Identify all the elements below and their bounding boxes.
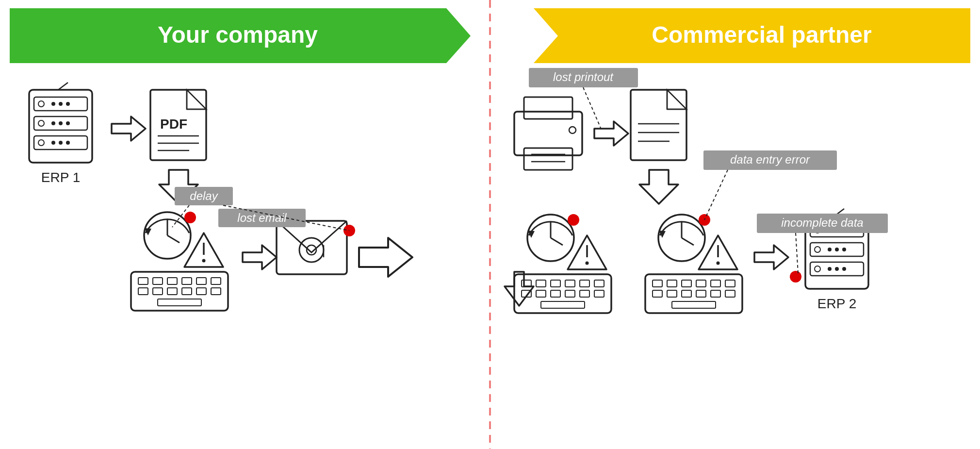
svg-point-6 (51, 102, 55, 106)
incomplete-data-label: incomplete data (781, 216, 863, 229)
svg-rect-44 (138, 288, 148, 295)
svg-rect-117 (725, 290, 735, 297)
svg-marker-68 (594, 121, 628, 146)
svg-point-11 (51, 121, 55, 125)
data-entry-error-label: data entry error (730, 153, 810, 166)
svg-rect-116 (711, 290, 720, 297)
svg-marker-20 (112, 116, 146, 141)
svg-point-130 (842, 248, 846, 251)
erp2-label: ERP 2 (817, 296, 856, 311)
svg-line-79 (551, 238, 563, 245)
svg-rect-49 (211, 288, 221, 295)
svg-point-7 (59, 102, 63, 106)
svg-marker-76 (639, 170, 678, 204)
svg-rect-47 (182, 288, 192, 295)
svg-line-100 (682, 238, 694, 245)
svg-rect-92 (536, 290, 546, 297)
svg-line-138 (583, 87, 602, 130)
svg-rect-87 (551, 280, 560, 287)
left-banner-title: Your company (158, 22, 318, 48)
svg-point-135 (842, 267, 846, 271)
svg-rect-90 (594, 280, 604, 287)
left-clock-icon (144, 212, 191, 259)
svg-line-19 (58, 83, 68, 90)
svg-point-127 (815, 247, 820, 252)
svg-rect-39 (153, 278, 163, 284)
svg-rect-43 (211, 278, 221, 284)
right-clock-2-icon (658, 215, 705, 261)
svg-point-16 (51, 141, 55, 145)
svg-rect-3 (29, 90, 92, 163)
lost-printout-label: lost printout (553, 70, 614, 83)
svg-rect-50 (158, 299, 201, 306)
svg-point-83 (586, 262, 589, 265)
svg-point-104 (717, 262, 720, 265)
svg-rect-111 (725, 280, 735, 287)
svg-rect-113 (667, 290, 677, 297)
right-banner-title: Commercial partner (652, 22, 872, 48)
svg-rect-89 (580, 280, 589, 287)
svg-rect-118 (672, 301, 716, 308)
svg-point-53 (299, 238, 324, 262)
svg-point-132 (815, 266, 820, 272)
svg-rect-52 (277, 221, 347, 274)
svg-marker-61 (505, 272, 534, 306)
svg-rect-107 (667, 280, 677, 287)
svg-marker-119 (754, 245, 788, 269)
printer-icon (514, 97, 582, 170)
right-clock-1-red-dot (568, 214, 579, 226)
svg-rect-42 (196, 278, 206, 284)
right-clock-1-icon (527, 215, 574, 261)
email-icon (277, 221, 347, 274)
svg-rect-88 (565, 280, 575, 287)
svg-point-18 (66, 141, 70, 145)
svg-point-17 (59, 141, 63, 145)
svg-point-5 (38, 101, 44, 107)
svg-rect-114 (682, 290, 691, 297)
svg-marker-70 (667, 90, 686, 109)
svg-marker-22 (187, 90, 206, 109)
svg-point-15 (38, 140, 44, 146)
svg-rect-93 (551, 290, 560, 297)
svg-point-129 (835, 248, 839, 251)
svg-point-36 (202, 259, 206, 263)
svg-rect-109 (696, 280, 706, 287)
svg-line-142 (796, 233, 798, 273)
svg-point-133 (828, 267, 832, 271)
svg-rect-106 (653, 280, 662, 287)
svg-point-8 (66, 102, 70, 106)
left-keyboard-icon (131, 272, 228, 311)
right-keyboard-2-icon (645, 274, 742, 313)
svg-rect-40 (167, 278, 177, 284)
left-clock-red-dot (184, 212, 196, 223)
svg-text:PDF: PDF (160, 116, 187, 132)
svg-rect-96 (594, 290, 604, 297)
svg-rect-38 (138, 278, 148, 284)
svg-rect-94 (565, 290, 575, 297)
svg-point-13 (66, 121, 70, 125)
svg-rect-45 (153, 288, 163, 295)
erp2-input-red-dot (790, 271, 801, 283)
svg-line-32 (167, 235, 180, 243)
svg-rect-95 (580, 290, 589, 297)
svg-point-10 (38, 120, 44, 126)
svg-point-134 (835, 267, 839, 271)
svg-rect-48 (196, 288, 206, 295)
printed-doc-icon (631, 90, 686, 160)
svg-rect-110 (711, 280, 720, 287)
svg-rect-46 (167, 288, 177, 295)
svg-line-140 (704, 170, 728, 220)
svg-rect-64 (524, 148, 572, 170)
erp1-server-icon (29, 83, 92, 163)
svg-rect-86 (536, 280, 546, 287)
svg-rect-112 (653, 290, 662, 297)
pdf-icon: PDF (150, 90, 206, 160)
svg-rect-41 (182, 278, 192, 284)
svg-rect-115 (696, 290, 706, 297)
svg-rect-108 (682, 280, 691, 287)
svg-point-128 (828, 248, 832, 251)
svg-marker-51 (243, 245, 277, 269)
svg-point-12 (59, 121, 63, 125)
svg-marker-56 (359, 238, 412, 277)
svg-point-67 (569, 127, 576, 133)
